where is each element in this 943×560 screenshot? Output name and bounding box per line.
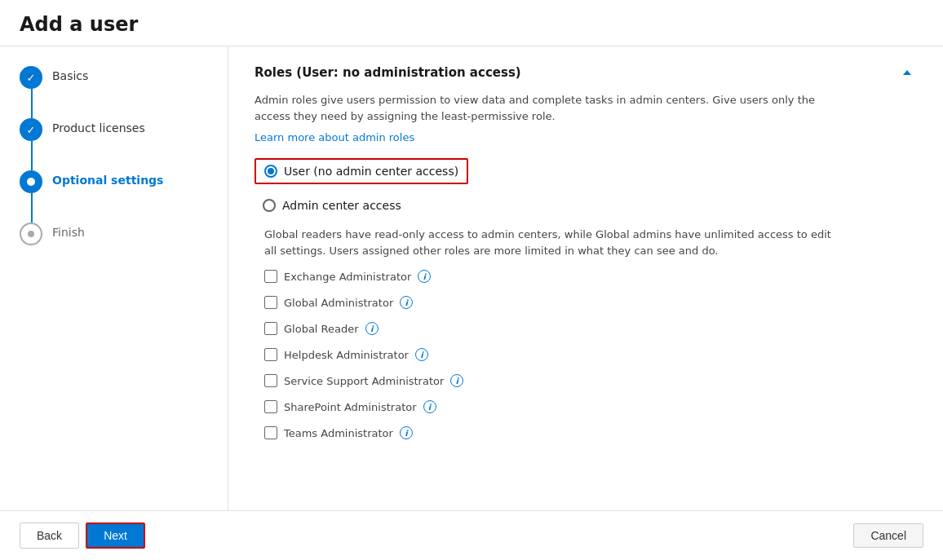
checkbox-box-global-reader [264, 322, 277, 335]
checkbox-box-global-admin [264, 296, 277, 309]
info-icon-service-support[interactable]: i [450, 374, 463, 387]
step-label-finish: Finish [52, 223, 85, 239]
checkbox-label-teams: Teams Administrator [284, 427, 393, 439]
info-icon-helpdesk[interactable]: i [415, 348, 428, 361]
step-circle-basics: ✓ [20, 66, 42, 89]
checkbox-label-exchange: Exchange Administrator [284, 271, 411, 283]
info-icon-exchange[interactable]: i [418, 270, 431, 283]
checkbox-box-teams [264, 426, 277, 439]
footer: Back Next Cancel [0, 510, 943, 560]
next-button[interactable]: Next [86, 523, 145, 549]
checkbox-exchange[interactable]: Exchange Administrator i [264, 270, 917, 283]
step-circle-product-licenses: ✓ [20, 118, 42, 141]
checkbox-sharepoint[interactable]: SharePoint Administrator i [264, 400, 917, 413]
info-icon-sharepoint[interactable]: i [423, 400, 436, 413]
step-product-licenses: ✓ Product licenses [20, 118, 208, 170]
step-circle-optional-settings [20, 170, 42, 193]
step-label-product-licenses: Product licenses [52, 118, 145, 134]
step-label-basics: Basics [52, 66, 88, 82]
checkbox-label-global-reader: Global Reader [284, 323, 359, 335]
page-title: Add a user [20, 13, 923, 36]
radio-options: User (no admin center access) Admin cent… [255, 158, 917, 439]
step-basics: ✓ Basics [20, 66, 208, 118]
checkbox-helpdesk[interactable]: Helpdesk Administrator i [264, 348, 917, 361]
checkbox-box-sharepoint [264, 400, 277, 413]
roles-description: Admin roles give users permission to vie… [255, 92, 842, 124]
step-optional-settings: Optional settings [20, 170, 208, 223]
checkbox-label-helpdesk: Helpdesk Administrator [284, 349, 409, 361]
checkbox-label-global-admin: Global Administrator [284, 297, 393, 309]
checkbox-list: Exchange Administrator i Global Administ… [264, 270, 917, 439]
radio-circle-user-no-access [264, 165, 277, 178]
roles-section: Roles (User: no administration access) A… [255, 63, 917, 439]
cancel-button[interactable]: Cancel [853, 523, 923, 548]
checkbox-service-support[interactable]: Service Support Administrator i [264, 374, 917, 387]
info-icon-global-reader[interactable]: i [365, 322, 379, 335]
info-icon-teams[interactable]: i [400, 426, 413, 439]
radio-option-admin-center-access[interactable]: Admin center access [255, 194, 410, 217]
footer-left-actions: Back Next [20, 523, 145, 549]
checkbox-label-sharepoint: SharePoint Administrator [284, 401, 417, 413]
admin-center-description: Global readers have read-only access to … [264, 227, 835, 258]
learn-more-link[interactable]: Learn more about admin roles [255, 131, 414, 143]
radio-option-user-no-access[interactable]: User (no admin center access) [255, 158, 468, 184]
step-finish: Finish [20, 223, 208, 275]
radio-label-user-no-access: User (no admin center access) [284, 165, 458, 178]
checkbox-teams[interactable]: Teams Administrator i [264, 426, 917, 439]
checkbox-global-reader[interactable]: Global Reader i [264, 322, 917, 335]
step-circle-finish [20, 223, 42, 245]
roles-section-title: Roles (User: no administration access) [255, 65, 521, 80]
collapse-icon[interactable] [897, 63, 917, 82]
checkbox-box-exchange [264, 270, 277, 283]
checkbox-box-service-support [264, 374, 277, 387]
radio-label-admin-center-access: Admin center access [282, 199, 401, 212]
radio-circle-admin-center-access [263, 199, 276, 212]
back-button[interactable]: Back [20, 523, 79, 549]
step-label-optional-settings: Optional settings [52, 170, 163, 187]
checkbox-global-admin[interactable]: Global Administrator i [264, 296, 917, 309]
info-icon-global-admin[interactable]: i [400, 296, 413, 309]
stepper: ✓ Basics ✓ Product licenses Optional set… [0, 46, 228, 510]
checkbox-box-helpdesk [264, 348, 277, 361]
checkbox-label-service-support: Service Support Administrator [284, 375, 444, 387]
content-area: Roles (User: no administration access) A… [228, 46, 943, 510]
chevron-up-icon [903, 70, 911, 75]
